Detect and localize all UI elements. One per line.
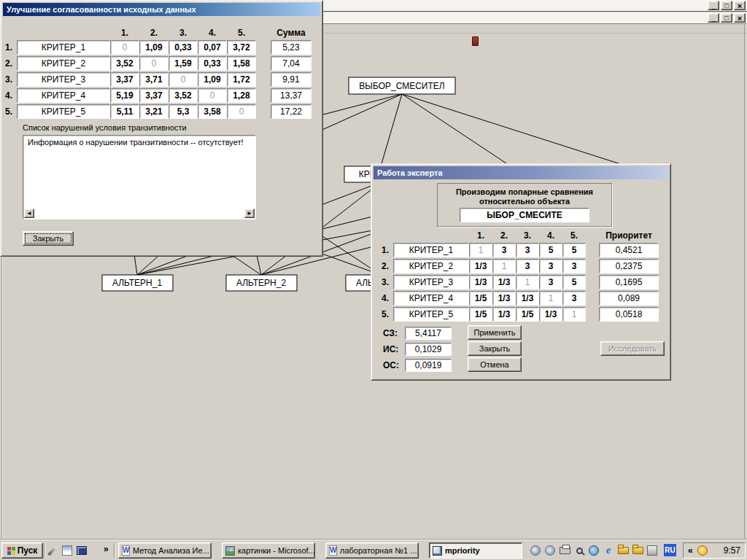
comparison-value-cell[interactable]: 1 (492, 259, 516, 273)
task-button-lab-doc[interactable]: W лабораторная №1 ... (325, 542, 419, 559)
criterion-name-cell[interactable]: КРИТЕР_2 (17, 56, 110, 71)
scroll-right-icon[interactable]: ► (244, 209, 255, 218)
cancel-button[interactable]: Отмена (468, 357, 522, 372)
tray-clock-icon[interactable] (697, 545, 708, 556)
matrix-value-cell[interactable]: 3,52 (110, 56, 139, 71)
criterion-name-cell[interactable]: КРИТЕР_3 (393, 275, 469, 289)
comparison-value-cell[interactable]: 1/5 (516, 307, 539, 322)
matrix-value-cell[interactable]: 0,33 (169, 40, 198, 55)
comparison-value-cell[interactable]: 1 (469, 243, 492, 257)
matrix-value-cell[interactable]: 0 (110, 40, 139, 55)
matrix-value-cell[interactable]: 3,58 (198, 104, 227, 119)
criterion-name-cell[interactable]: КРИТЕР_3 (17, 72, 110, 87)
criterion-name-cell[interactable]: КРИТЕР_1 (17, 40, 110, 55)
matrix-value-cell[interactable]: 3,21 (139, 104, 169, 119)
matrix-value-cell[interactable]: 1,72 (227, 72, 256, 87)
consistency-dialog-titlebar[interactable]: Улучшение согласованности исходных данны… (3, 3, 320, 16)
quick-launch-document-icon[interactable] (61, 545, 73, 556)
comparison-value-cell[interactable]: 3 (539, 275, 562, 289)
matrix-value-cell[interactable]: 5,19 (110, 88, 139, 103)
violations-textbox[interactable]: Информация о нарушении транзитивности --… (23, 135, 256, 219)
tray-ball-icon[interactable] (544, 545, 556, 556)
minimize-icon[interactable]: _ (708, 1, 719, 10)
comparison-value-cell[interactable]: 3 (516, 259, 539, 273)
scroll-left-icon[interactable]: ◄ (24, 209, 34, 218)
criterion-name-cell[interactable]: КРИТЕР_4 (17, 88, 110, 103)
internet-explorer-icon[interactable]: e (603, 545, 614, 556)
comparison-value-cell[interactable]: 1/5 (469, 291, 492, 306)
comparison-value-cell[interactable]: 1/5 (469, 307, 492, 322)
matrix-value-cell[interactable]: 0 (198, 88, 227, 103)
matrix-value-cell[interactable]: 3,72 (227, 40, 256, 55)
child-close-icon[interactable]: × (734, 13, 746, 23)
quick-launch-pen-icon[interactable] (47, 545, 58, 556)
task-button-pictures[interactable]: картинки - Microsof... (222, 542, 315, 559)
criterion-name-cell[interactable]: КРИТЕР_1 (393, 243, 469, 257)
comparison-value-cell[interactable]: 3 (492, 243, 516, 257)
comparison-value-cell[interactable]: 1 (562, 307, 586, 322)
comparison-value-cell[interactable]: 3 (562, 259, 586, 273)
matrix-value-cell[interactable]: 3,71 (139, 72, 169, 87)
comparison-value-cell[interactable]: 1/3 (539, 307, 562, 322)
matrix-value-cell[interactable]: 0,07 (198, 40, 227, 55)
printer-icon[interactable] (559, 545, 570, 556)
quick-launch-overflow-chevron[interactable]: » (104, 544, 109, 554)
matrix-value-cell[interactable]: 3,37 (110, 72, 139, 87)
expert-dialog-titlebar[interactable]: Работа эксперта (374, 166, 668, 179)
child-restore-icon[interactable]: □ (721, 13, 732, 23)
matrix-value-cell[interactable]: 0,33 (198, 56, 227, 71)
matrix-value-cell[interactable]: 1,09 (139, 40, 169, 55)
app-titlebar[interactable]: _ □ × (323, 0, 747, 12)
matrix-value-cell[interactable]: 3,52 (169, 88, 198, 103)
comparison-value-cell[interactable]: 5 (562, 243, 586, 257)
magnifier-icon[interactable] (573, 545, 585, 556)
criterion-name-cell[interactable]: КРИТЕР_5 (393, 307, 469, 322)
comparison-value-cell[interactable]: 1/3 (469, 259, 492, 273)
comparison-value-cell[interactable]: 5 (562, 275, 586, 289)
close-icon[interactable]: × (734, 1, 746, 10)
task-button-word-doc[interactable]: W Метод Анализа Ие... (118, 542, 212, 559)
tray-blue-icon[interactable] (588, 545, 600, 556)
matrix-value-cell[interactable]: 3,37 (139, 88, 169, 103)
folder-icon[interactable] (617, 545, 629, 556)
start-button[interactable]: Пуск (1, 542, 43, 559)
comparison-value-cell[interactable]: 1/3 (492, 275, 516, 289)
task-button-mpriority[interactable]: mpriority (429, 542, 522, 559)
criterion-name-cell[interactable]: КРИТЕР_5 (17, 104, 110, 119)
matrix-value-cell[interactable]: 0 (227, 104, 256, 119)
criterion-name-cell[interactable]: КРИТЕР_4 (393, 291, 469, 306)
matrix-value-cell[interactable]: 0 (169, 72, 198, 87)
child-minimize-icon[interactable]: _ (708, 13, 719, 23)
comparison-value-cell[interactable]: 1 (516, 275, 539, 289)
tray-app-icon[interactable] (646, 545, 658, 556)
folder-icon[interactable] (632, 545, 643, 556)
close-button[interactable]: Закрыть (468, 341, 522, 356)
taskbar: Пуск » W Метод Анализа Ие... картинки - … (0, 540, 747, 560)
comparison-value-cell[interactable]: 1/3 (516, 291, 539, 306)
matrix-value-cell[interactable]: 1,58 (227, 56, 256, 71)
root-node[interactable]: ВЫБОР_СМЕСИТЕЛ (349, 77, 455, 94)
comparison-value-cell[interactable]: 3 (539, 259, 562, 273)
matrix-value-cell[interactable]: 1,28 (227, 88, 256, 103)
comparison-value-cell[interactable]: 5 (539, 243, 562, 257)
apply-button[interactable]: Применить (468, 325, 522, 340)
matrix-value-cell[interactable]: 5,11 (110, 104, 139, 119)
language-indicator[interactable]: RU (664, 544, 676, 556)
criterion-name-cell[interactable]: КРИТЕР_2 (393, 259, 469, 273)
comparison-value-cell[interactable]: 1/3 (492, 291, 516, 306)
matrix-value-cell[interactable]: 1,59 (169, 56, 198, 71)
restore-icon[interactable]: □ (721, 1, 732, 10)
comparison-value-cell[interactable]: 1 (539, 291, 562, 306)
matrix-value-cell[interactable]: 0 (139, 56, 169, 71)
comparison-value-cell[interactable]: 3 (516, 243, 539, 257)
comparison-value-cell[interactable]: 3 (562, 291, 586, 306)
quick-launch-desktop-icon[interactable] (76, 545, 88, 556)
close-button[interactable]: Закрыть (23, 231, 74, 246)
tray-collapse-chevron[interactable]: « (688, 545, 693, 556)
tray-ball-icon[interactable] (530, 545, 541, 556)
matrix-value-cell[interactable]: 5,3 (169, 104, 198, 119)
matrix-value-cell[interactable]: 1,09 (198, 72, 227, 87)
comparison-value-cell[interactable]: 1/3 (469, 275, 492, 289)
alternative-node[interactable]: АЛЬТЕРН_1 АЛЬТЕРН_2 АЛЬТЕРН_3 (102, 275, 417, 291)
comparison-value-cell[interactable]: 1/3 (492, 307, 516, 322)
